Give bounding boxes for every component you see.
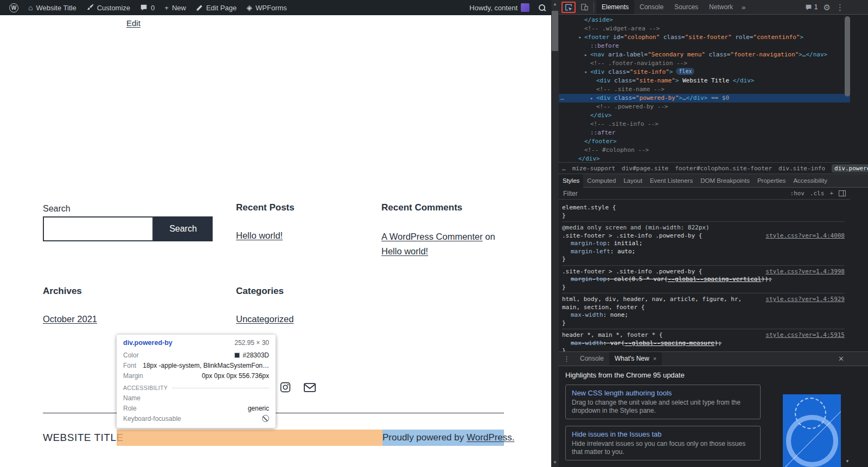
admin-bar-comments[interactable]: 0: [135, 0, 159, 15]
drawer-tab-what-s-new[interactable]: What's New×: [609, 352, 662, 366]
admin-bar-edit-page[interactable]: Edit Page: [191, 0, 241, 15]
footer-search-button[interactable]: Search: [154, 216, 213, 241]
sidebar-tab-accessibility[interactable]: Accessibility: [789, 174, 831, 188]
styles-filter-input[interactable]: Filter: [563, 190, 784, 197]
instagram-icon[interactable]: [280, 382, 291, 395]
stylesheet-link[interactable]: style.css?ver=1.4:5929: [765, 296, 845, 304]
dom-tree-node[interactable]: </div>: [559, 111, 850, 120]
drawer-close-icon[interactable]: ✕: [838, 355, 844, 363]
dom-tree-node[interactable]: ▸<nav aria-label="Secondary menu" class=…: [559, 50, 850, 59]
devtools-tab-network[interactable]: Network: [704, 0, 738, 14]
breadcrumb-item[interactable]: div#page.site: [622, 165, 668, 172]
footer-search-input[interactable]: [43, 216, 154, 241]
dom-tree-node[interactable]: <!-- #colophon -->: [559, 146, 850, 155]
css-media-query[interactable]: @media only screen and (min-width: 822px…: [562, 224, 845, 232]
css-property[interactable]: max-width: var(--global--spacing-measure…: [562, 340, 845, 348]
sidebar-tab-dom-breakpoints[interactable]: DOM Breakpoints: [697, 174, 754, 188]
flex-badge[interactable]: flex: [676, 68, 694, 75]
settings-gear-icon[interactable]: ⚙: [824, 3, 831, 11]
breadcrumb-item[interactable]: footer#colophon.site-footer: [675, 165, 772, 172]
scroll-down-icon[interactable]: ▼: [551, 459, 559, 466]
breadcrumb-item[interactable]: div.site-info: [778, 165, 825, 172]
node-options-icon[interactable]: …: [560, 94, 564, 103]
drawer-kebab-icon[interactable]: ⋮: [559, 355, 575, 363]
wp-logo-menu[interactable]: W: [4, 0, 23, 15]
css-selector[interactable]: header *, main *, footer * {: [562, 331, 662, 338]
dom-tree-node[interactable]: <!-- .widget-area -->: [559, 24, 850, 33]
post-edit-link[interactable]: Edit: [126, 18, 141, 28]
dom-tree-node[interactable]: <!-- .site-info -->: [559, 120, 850, 129]
admin-bar-customize[interactable]: Customize: [81, 0, 135, 15]
admin-bar-wpforms[interactable]: ◈ WPForms: [241, 0, 292, 15]
dom-tree-node[interactable]: </footer>: [559, 137, 850, 146]
drawer-tab-console[interactable]: Console: [575, 352, 609, 366]
css-selector[interactable]: html, body, div, header, nav, article, f…: [562, 296, 742, 311]
devtools-scroll-down-icon[interactable]: ▼: [844, 458, 851, 465]
commented-post-link[interactable]: Hello world!: [381, 246, 428, 256]
whats-new-card-title[interactable]: Hide issues in the Issues tab: [572, 430, 754, 438]
collapse-arrow-icon[interactable]: ▾: [584, 68, 590, 76]
recent-post-link[interactable]: Hello world!: [236, 231, 283, 241]
breadcrumb-overflow[interactable]: …: [562, 165, 566, 172]
page-scrollbar[interactable]: ▲ ▼: [551, 0, 559, 467]
devtools-scrollbar-thumb[interactable]: [845, 16, 850, 97]
page-scrollbar-thumb[interactable]: [552, 11, 558, 51]
issues-counter[interactable]: 1: [805, 3, 818, 11]
stylesheet-link[interactable]: style.css?ver=1.4:4008: [765, 232, 845, 240]
new-style-rule-button[interactable]: +: [829, 190, 833, 197]
css-variable-link[interactable]: --global--spacing-measure: [624, 340, 714, 347]
css-property[interactable]: margin-left: auto;: [562, 248, 845, 256]
device-toolbar-icon[interactable]: [578, 3, 591, 11]
devtools-tab-console[interactable]: Console: [634, 0, 669, 14]
category-link[interactable]: Uncategorized: [236, 314, 293, 324]
admin-bar-account[interactable]: Howdy, content: [464, 0, 534, 15]
breadcrumb-item[interactable]: mize-support: [572, 165, 615, 172]
dom-tree-node[interactable]: </div>: [559, 155, 850, 162]
css-property[interactable]: margin-top: calc(0.5 * var(--global--spa…: [562, 276, 845, 284]
dom-tree-node[interactable]: ▾<div class="site-info">flex: [559, 68, 850, 76]
breadcrumb-item[interactable]: div.powered-by: [832, 164, 868, 172]
css-selector[interactable]: .site-footer > .site-info .powered-by {: [562, 232, 702, 239]
archive-link[interactable]: October 2021: [43, 314, 97, 324]
sidebar-tab-computed[interactable]: Computed: [583, 174, 620, 188]
dom-tree-node[interactable]: …▸<div class="powered-by">…</div> == $0: [559, 94, 850, 103]
expand-arrow-icon[interactable]: ▸: [584, 50, 590, 59]
dom-tree-node[interactable]: ▾<footer id="colophon" class="site-foote…: [559, 33, 850, 42]
toggle-hover-state-button[interactable]: :hov: [790, 190, 805, 197]
devtools-kebab-icon[interactable]: ⋮: [836, 3, 844, 11]
collapse-arrow-icon[interactable]: ▾: [578, 33, 584, 42]
devtools-tab-elements[interactable]: Elements: [596, 0, 634, 14]
stylesheet-link[interactable]: style.css?ver=1.4:5915: [765, 331, 845, 340]
wordpress-link[interactable]: WordPress.: [467, 432, 515, 443]
admin-bar-new[interactable]: + New: [159, 0, 191, 15]
sidebar-tab-event-listeners[interactable]: Event Listeners: [646, 174, 697, 188]
inspect-element-icon[interactable]: [564, 3, 573, 11]
computed-panel-toggle-icon[interactable]: [839, 190, 846, 196]
dom-tree-node[interactable]: ::after: [559, 129, 850, 137]
css-variable-link[interactable]: --global--spacing-vertical: [668, 276, 761, 283]
sidebar-tab-layout[interactable]: Layout: [620, 174, 646, 188]
more-tabs-icon[interactable]: »: [738, 3, 749, 11]
commenter-link[interactable]: A WordPress Commenter: [381, 232, 483, 241]
scroll-up-icon[interactable]: ▲: [551, 1, 559, 8]
css-selector[interactable]: .site-footer > .site-info .powered-by {: [562, 268, 702, 275]
css-property[interactable]: max-width: none;: [562, 311, 845, 319]
close-tab-icon[interactable]: ×: [653, 352, 656, 366]
dom-tree-node[interactable]: <!-- .footer-navigation -->: [559, 59, 850, 68]
css-selector[interactable]: element.style {: [562, 204, 616, 211]
css-property[interactable]: margin-top: initial;: [562, 240, 845, 248]
admin-bar-site-name[interactable]: ⌂ Website Title: [23, 0, 81, 15]
stylesheet-link[interactable]: style.css?ver=1.4:3998: [765, 268, 845, 276]
dom-tree-node[interactable]: <!-- .powered-by -->: [559, 103, 850, 111]
dom-tree-node[interactable]: </aside>: [559, 16, 850, 24]
dom-tree-node[interactable]: <!-- .site-name -->: [559, 85, 850, 94]
sidebar-tab-styles[interactable]: Styles: [559, 174, 583, 188]
devtools-tab-sources[interactable]: Sources: [669, 0, 704, 14]
email-icon[interactable]: [304, 383, 316, 394]
dom-tree-node[interactable]: ::before: [559, 42, 850, 50]
whats-new-card-title[interactable]: New CSS length authoring tools: [572, 389, 754, 397]
dom-tree-node[interactable]: <div class="site-name"> Website Title </…: [559, 76, 850, 85]
toggle-class-button[interactable]: .cls: [810, 190, 825, 197]
sidebar-tab-properties[interactable]: Properties: [754, 174, 789, 188]
expand-arrow-icon[interactable]: ▸: [590, 94, 596, 103]
